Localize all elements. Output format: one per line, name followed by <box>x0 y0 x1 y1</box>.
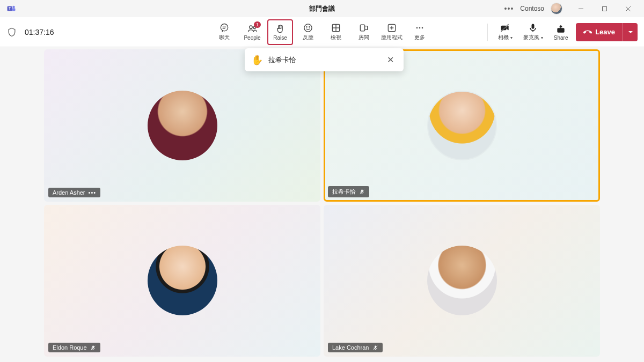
more-button[interactable]: 更多 <box>407 19 433 45</box>
leave-label: Leave <box>595 28 615 36</box>
rooms-icon <box>358 23 369 33</box>
leave-dropdown[interactable] <box>623 23 638 41</box>
smile-icon <box>303 23 313 33</box>
chat-icon <box>219 23 230 33</box>
svg-rect-19 <box>360 25 364 31</box>
mic-off-icon <box>90 345 96 351</box>
view-button[interactable]: 檢視 <box>323 19 349 45</box>
chat-label: 聊天 <box>219 34 230 41</box>
participant-avatar <box>148 246 217 315</box>
participant-name: 拉希卡恰 <box>332 188 356 196</box>
rooms-label: 房間 <box>358 34 369 41</box>
grid-icon <box>331 23 341 33</box>
raise-hand-label: Raise <box>273 35 287 41</box>
svg-rect-3 <box>12 8 16 11</box>
mic-label: 麥克風 ▾ <box>523 34 543 41</box>
react-label: 反應 <box>303 34 313 41</box>
svg-point-24 <box>419 27 421 29</box>
apps-label: 應用程式 <box>381 34 402 41</box>
mic-off-icon <box>372 345 378 351</box>
participant-avatar <box>148 91 217 160</box>
svg-rect-29 <box>532 24 535 29</box>
hand-emoji-icon: ✋ <box>251 54 263 66</box>
meeting-title: 部門會議 <box>309 4 335 13</box>
svg-point-25 <box>422 27 423 29</box>
people-button[interactable]: 1 People <box>239 19 265 45</box>
user-avatar[interactable] <box>551 3 562 14</box>
participant-name-bar: Arden Asher ••• <box>48 188 100 197</box>
participant-name: Arden Asher <box>53 189 85 196</box>
hangup-icon <box>583 28 592 36</box>
org-name: Contoso <box>520 5 544 12</box>
toolbar-right-group: 相機 ▾ 麥克風 ▾ Share Leave <box>485 19 638 45</box>
participant-tile[interactable]: 拉希卡恰 <box>324 49 600 202</box>
apps-button[interactable]: 應用程式 <box>379 19 405 45</box>
participant-avatar <box>427 91 497 160</box>
svg-point-15 <box>309 27 310 27</box>
apps-icon <box>386 23 397 33</box>
share-label: Share <box>554 35 568 41</box>
participant-name: Lake Cochran <box>332 344 369 351</box>
mic-button[interactable]: 麥克風 ▾ <box>520 19 546 45</box>
toolbar-center-group: 聊天 1 People Raise 反應 檢視 房間 應用程式 更 <box>211 19 433 45</box>
participant-avatar <box>427 246 497 315</box>
svg-point-14 <box>306 27 307 27</box>
call-timer: 01:37:16 <box>25 28 54 36</box>
toast-participant-name: 拉希卡恰 <box>268 55 378 65</box>
participant-name: Eldon Roque <box>53 344 87 351</box>
chevron-down-icon: ▾ <box>510 35 513 40</box>
window-minimize-button[interactable] <box>569 1 592 17</box>
svg-point-13 <box>304 24 312 32</box>
raise-hand-toast: ✋ 拉希卡恰 ✕ <box>245 48 404 71</box>
window-maximize-button[interactable] <box>592 1 616 17</box>
view-label: 檢視 <box>331 34 341 41</box>
camera-off-icon <box>500 23 510 33</box>
participant-tile[interactable]: Eldon Roque <box>44 205 320 357</box>
toolbar-divider <box>487 24 488 41</box>
participant-name-bar: Eldon Roque <box>48 343 100 352</box>
participant-name-bar: Lake Cochran <box>328 343 383 352</box>
mic-icon <box>528 23 538 33</box>
more-icon <box>414 23 425 33</box>
chevron-down-icon: ▾ <box>541 35 543 40</box>
window-close-button[interactable] <box>616 1 640 17</box>
participant-tile[interactable]: Arden Asher ••• <box>44 49 320 202</box>
titlebar-more-icon[interactable]: ••• <box>504 4 514 13</box>
participant-tile[interactable]: Lake Cochran <box>324 205 600 357</box>
more-label: 更多 <box>414 34 425 41</box>
mic-off-icon <box>359 189 365 195</box>
leave-button[interactable]: Leave <box>576 23 638 41</box>
svg-point-2 <box>12 6 15 9</box>
raise-hand-button[interactable]: Raise <box>267 19 293 45</box>
svg-point-23 <box>416 27 418 29</box>
share-button[interactable]: Share <box>548 19 574 45</box>
title-bar: T 部門會議 ••• Contoso <box>0 0 644 17</box>
teams-app-icon: T <box>6 4 16 13</box>
react-button[interactable]: 反應 <box>295 19 321 45</box>
video-grid: Arden Asher ••• 拉希卡恰 Eldon Roque Lake Co… <box>0 47 644 362</box>
chat-button[interactable]: 聊天 <box>211 19 237 45</box>
participant-name-bar: 拉希卡恰 <box>328 186 369 197</box>
camera-button[interactable]: 相機 ▾ <box>492 19 518 45</box>
raise-hand-icon <box>275 24 286 34</box>
toast-close-button[interactable]: ✕ <box>384 54 397 66</box>
svg-rect-5 <box>602 6 606 11</box>
share-icon <box>555 24 566 34</box>
shield-icon[interactable] <box>6 27 17 38</box>
participant-more-icon[interactable]: ••• <box>89 189 97 196</box>
people-label: People <box>244 35 260 41</box>
meeting-toolbar: 01:37:16 聊天 1 People Raise 反應 檢視 房間 <box>0 17 644 47</box>
people-badge: 1 <box>254 21 261 28</box>
svg-point-8 <box>221 24 228 31</box>
camera-label: 相機 ▾ <box>498 34 513 41</box>
rooms-button[interactable]: 房間 <box>351 19 377 45</box>
svg-point-11 <box>250 26 252 28</box>
